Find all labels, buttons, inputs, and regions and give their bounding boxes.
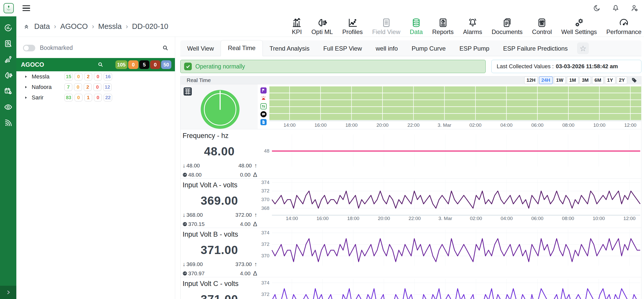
svg-text:48: 48 bbox=[264, 148, 269, 154]
profiles-icon bbox=[348, 18, 358, 28]
expand-caret-icon[interactable] bbox=[24, 96, 28, 100]
count-pill-0: 15 bbox=[64, 73, 73, 80]
tree-row-nafoora[interactable]: Nafoora702012 bbox=[16, 82, 175, 92]
breadcrumb-separator: › bbox=[126, 22, 128, 30]
nav-item-field-view[interactable]: Field View bbox=[372, 18, 400, 36]
count-pill-2: 2 bbox=[84, 73, 92, 80]
sidebar-item-well-profile[interactable] bbox=[0, 36, 16, 52]
min-arrow-icon: ↓ bbox=[183, 162, 185, 169]
tree-row-sarir[interactable]: Sarir8301022 bbox=[16, 93, 175, 103]
tag-icon[interactable] bbox=[631, 77, 638, 84]
sidebar-item-realtime-signal[interactable] bbox=[0, 115, 16, 131]
breadcrumb-item-data[interactable]: Data bbox=[34, 22, 50, 31]
metric-stat-grid: ↓48.0048.00↑48.000.00Δ bbox=[183, 162, 257, 178]
status-timeline-chart: 14:0016:0018:0020:0022:003. Mar02:0004:0… bbox=[269, 84, 641, 129]
tab-pump-curve[interactable]: Pump Curve bbox=[405, 41, 452, 56]
siren-icon[interactable] bbox=[260, 95, 267, 101]
performance-icon bbox=[619, 18, 629, 28]
notifications-bell-icon[interactable] bbox=[612, 4, 619, 12]
nav-item-label: Documents bbox=[492, 28, 522, 36]
nav-item-profiles[interactable]: Profiles bbox=[342, 18, 363, 36]
dashboard-icon bbox=[4, 24, 13, 32]
metric-stats-frequency: Frequency - hz48.00↓48.0048.00↑48.000.00… bbox=[181, 129, 258, 178]
expand-caret-icon[interactable] bbox=[24, 85, 28, 89]
sidebar-item-alarm-calendar[interactable] bbox=[0, 83, 16, 99]
control-icon[interactable] bbox=[260, 103, 267, 109]
metric-max: 373.00↑ bbox=[220, 261, 257, 268]
sidebar-item-route[interactable] bbox=[0, 52, 16, 67]
nav-item-documents[interactable]: Documents bbox=[492, 18, 522, 36]
dark-mode-moon-icon[interactable] bbox=[593, 4, 601, 12]
bookmark-tab-button[interactable]: ☆ bbox=[577, 42, 589, 54]
range-button-1m[interactable]: 1M bbox=[567, 76, 578, 84]
tab-full-esp-view[interactable]: Full ESP View bbox=[316, 41, 369, 56]
tab-well-view[interactable]: Well View bbox=[180, 41, 221, 56]
range-button-1w[interactable]: 1W bbox=[554, 76, 566, 84]
nav-item-label: Well Settings bbox=[561, 28, 597, 36]
svg-text:374: 374 bbox=[261, 180, 269, 185]
tab-esp-failure-predictions[interactable]: ESP Failure Predictions bbox=[496, 41, 575, 56]
tab-esp-pump[interactable]: ESP Pump bbox=[452, 41, 496, 56]
max-value: 48.00 bbox=[238, 163, 252, 169]
min-value: 369.00 bbox=[186, 261, 203, 267]
comment-icon[interactable] bbox=[260, 111, 267, 117]
metric-sections: Frequency - hz48.00↓48.0048.00↑48.000.00… bbox=[181, 129, 641, 299]
sidebar-item-machine-learning[interactable] bbox=[0, 67, 16, 83]
nav-item-alarms[interactable]: Alarms bbox=[463, 18, 482, 36]
sidebar-item-dashboard[interactable] bbox=[0, 20, 16, 36]
range-button-1y[interactable]: 1Y bbox=[605, 76, 615, 84]
range-button-24h[interactable]: 24H bbox=[539, 76, 553, 84]
svg-text:06:00: 06:00 bbox=[531, 216, 543, 221]
nav-item-performance[interactable]: Performance bbox=[606, 18, 641, 36]
org-badge-2: 5 bbox=[139, 60, 149, 69]
expand-caret-icon[interactable] bbox=[24, 75, 28, 79]
max-arrow-icon: ↑ bbox=[254, 162, 257, 169]
range-button-6m[interactable]: 6M bbox=[592, 76, 603, 84]
table-view-icon[interactable] bbox=[183, 87, 192, 96]
range-button-3m[interactable]: 3M bbox=[580, 76, 591, 84]
report-icon[interactable] bbox=[260, 119, 267, 125]
nav-item-well-settings[interactable]: Well Settings bbox=[561, 18, 597, 36]
collapse-breadcrumb-icon[interactable] bbox=[23, 23, 30, 30]
org-badge-1: 0 bbox=[128, 60, 138, 69]
min-arrow-icon: ↓ bbox=[183, 212, 185, 218]
sidebar-expand-button[interactable] bbox=[0, 286, 16, 299]
time-range-selector: 12H24H1W1M3M6M1Y2Y bbox=[524, 76, 638, 84]
tree-row-messla[interactable]: Messla1502016 bbox=[16, 72, 175, 82]
bookmarked-toggle[interactable] bbox=[23, 45, 35, 51]
nav-item-data[interactable]: Data bbox=[410, 18, 423, 36]
tab-real-time[interactable]: Real Time bbox=[221, 40, 263, 56]
documents-icon bbox=[502, 18, 512, 28]
org-search-icon[interactable] bbox=[98, 62, 104, 68]
breadcrumb-item-agoco[interactable]: AGOCO bbox=[60, 22, 88, 31]
menu-toggle-button[interactable] bbox=[22, 5, 30, 11]
nav-item-label: Profiles bbox=[342, 28, 363, 36]
tree-search-icon[interactable] bbox=[162, 45, 169, 51]
volt-b-line-chart: 374372370 bbox=[258, 228, 641, 270]
metric-section-volt-b: Input Volt B - volts371.00↓369.00373.00↑… bbox=[181, 228, 641, 277]
tree-node-counts: 1502016 bbox=[64, 73, 112, 80]
machine-learning-icon bbox=[4, 71, 13, 80]
user-profile-settings-icon[interactable] bbox=[631, 4, 638, 12]
org-header-agoco[interactable]: AGOCO 10505050 bbox=[16, 58, 175, 71]
svg-text:372: 372 bbox=[261, 188, 269, 193]
app-logo[interactable] bbox=[4, 3, 14, 13]
nav-item-control[interactable]: Control bbox=[532, 18, 552, 36]
flag-icon[interactable] bbox=[260, 87, 267, 94]
range-button-12h[interactable]: 12H bbox=[524, 76, 538, 84]
operating-status-banner: Operating normally bbox=[180, 60, 486, 73]
breadcrumb-item-messla[interactable]: Messla bbox=[98, 22, 122, 31]
nav-item-kpi[interactable]: KPI bbox=[292, 18, 302, 36]
nav-item-opti-ml[interactable]: Opti ML bbox=[311, 18, 333, 36]
tab-well-info[interactable]: well info bbox=[369, 41, 405, 56]
org-badge-4: 50 bbox=[161, 60, 171, 69]
range-button-2y[interactable]: 2Y bbox=[617, 76, 627, 84]
nav-item-reports[interactable]: Reports bbox=[432, 18, 454, 36]
tab-trend-analysis[interactable]: Trend Analysis bbox=[263, 41, 317, 56]
sidebar-item-surveillance[interactable] bbox=[0, 99, 16, 115]
opti-ml-icon bbox=[317, 18, 327, 28]
count-pill-0: 7 bbox=[64, 83, 72, 91]
svg-text:04:00: 04:00 bbox=[500, 216, 512, 221]
nav-item-label: Field View bbox=[372, 28, 400, 36]
chevron-right-icon bbox=[5, 290, 11, 295]
